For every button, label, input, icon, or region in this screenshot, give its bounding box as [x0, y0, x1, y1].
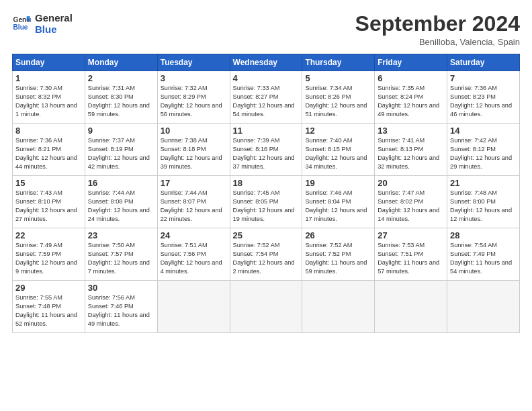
empty-cell [230, 281, 302, 333]
calendar-week-5: 29Sunrise: 7:55 AMSunset: 7:48 PMDayligh… [13, 281, 520, 333]
header-sunday: Sunday [13, 54, 85, 71]
day-25: 25Sunrise: 7:52 AMSunset: 7:54 PMDayligh… [230, 228, 302, 281]
calendar-table: Sunday Monday Tuesday Wednesday Thursday… [12, 54, 520, 333]
header-thursday: Thursday [302, 54, 375, 71]
day-27: 27Sunrise: 7:53 AMSunset: 7:51 PMDayligh… [375, 228, 447, 281]
header-friday: Friday [375, 54, 447, 71]
title-block: September 2024 Benilloba, Valencia, Spai… [355, 12, 520, 47]
header-monday: Monday [85, 54, 157, 71]
day-3: 3Sunrise: 7:32 AMSunset: 8:29 PMDaylight… [157, 71, 230, 124]
day-14: 14Sunrise: 7:42 AMSunset: 8:12 PMDayligh… [447, 124, 520, 176]
day-20: 20Sunrise: 7:47 AMSunset: 8:02 PMDayligh… [375, 176, 447, 228]
day-15: 15Sunrise: 7:43 AMSunset: 8:10 PMDayligh… [13, 176, 85, 228]
header-saturday: Saturday [447, 54, 520, 71]
logo-general: General [35, 12, 73, 24]
header: General Blue General Blue September 2024… [12, 12, 520, 47]
day-24: 24Sunrise: 7:51 AMSunset: 7:56 PMDayligh… [157, 228, 230, 281]
day-11: 11Sunrise: 7:39 AMSunset: 8:16 PMDayligh… [230, 124, 302, 176]
day-19: 19Sunrise: 7:46 AMSunset: 8:04 PMDayligh… [302, 176, 375, 228]
day-7: 7Sunrise: 7:36 AMSunset: 8:23 PMDaylight… [447, 71, 520, 124]
empty-cell [302, 281, 375, 333]
location: Benilloba, Valencia, Spain [355, 37, 520, 47]
day-6: 6Sunrise: 7:35 AMSunset: 8:24 PMDaylight… [375, 71, 447, 124]
day-17: 17Sunrise: 7:44 AMSunset: 8:07 PMDayligh… [157, 176, 230, 228]
logo: General Blue General Blue [12, 12, 73, 36]
calendar-week-2: 8Sunrise: 7:36 AMSunset: 8:21 PMDaylight… [13, 124, 520, 176]
header-tuesday: Tuesday [157, 54, 230, 71]
logo-icon: General Blue [12, 14, 31, 33]
day-28: 28Sunrise: 7:54 AMSunset: 7:49 PMDayligh… [447, 228, 520, 281]
svg-text:Blue: Blue [13, 24, 28, 31]
weekday-header-row: Sunday Monday Tuesday Wednesday Thursday… [13, 54, 520, 71]
page: General Blue General Blue September 2024… [0, 0, 532, 340]
calendar-week-1: 1Sunrise: 7:30 AMSunset: 8:32 PMDaylight… [13, 71, 520, 124]
day-26: 26Sunrise: 7:52 AMSunset: 7:52 PMDayligh… [302, 228, 375, 281]
logo-blue: Blue [35, 24, 73, 35]
empty-cell [157, 281, 230, 333]
calendar-week-3: 15Sunrise: 7:43 AMSunset: 8:10 PMDayligh… [13, 176, 520, 228]
month-title: September 2024 [355, 12, 520, 36]
day-2: 2Sunrise: 7:31 AMSunset: 8:30 PMDaylight… [85, 71, 157, 124]
day-30: 30Sunrise: 7:56 AMSunset: 7:46 PMDayligh… [85, 281, 157, 333]
day-4: 4Sunrise: 7:33 AMSunset: 8:27 PMDaylight… [230, 71, 302, 124]
day-8: 8Sunrise: 7:36 AMSunset: 8:21 PMDaylight… [13, 124, 85, 176]
day-12: 12Sunrise: 7:40 AMSunset: 8:15 PMDayligh… [302, 124, 375, 176]
day-9: 9Sunrise: 7:37 AMSunset: 8:19 PMDaylight… [85, 124, 157, 176]
day-23: 23Sunrise: 7:50 AMSunset: 7:57 PMDayligh… [85, 228, 157, 281]
day-29: 29Sunrise: 7:55 AMSunset: 7:48 PMDayligh… [13, 281, 85, 333]
day-10: 10Sunrise: 7:38 AMSunset: 8:18 PMDayligh… [157, 124, 230, 176]
header-wednesday: Wednesday [230, 54, 302, 71]
day-16: 16Sunrise: 7:44 AMSunset: 8:08 PMDayligh… [85, 176, 157, 228]
day-21: 21Sunrise: 7:48 AMSunset: 8:00 PMDayligh… [447, 176, 520, 228]
empty-cell [375, 281, 447, 333]
empty-cell [447, 281, 520, 333]
day-18: 18Sunrise: 7:45 AMSunset: 8:05 PMDayligh… [230, 176, 302, 228]
day-13: 13Sunrise: 7:41 AMSunset: 8:13 PMDayligh… [375, 124, 447, 176]
calendar-week-4: 22Sunrise: 7:49 AMSunset: 7:59 PMDayligh… [13, 228, 520, 281]
day-1: 1Sunrise: 7:30 AMSunset: 8:32 PMDaylight… [13, 71, 85, 124]
day-5: 5Sunrise: 7:34 AMSunset: 8:26 PMDaylight… [302, 71, 375, 124]
day-22: 22Sunrise: 7:49 AMSunset: 7:59 PMDayligh… [13, 228, 85, 281]
